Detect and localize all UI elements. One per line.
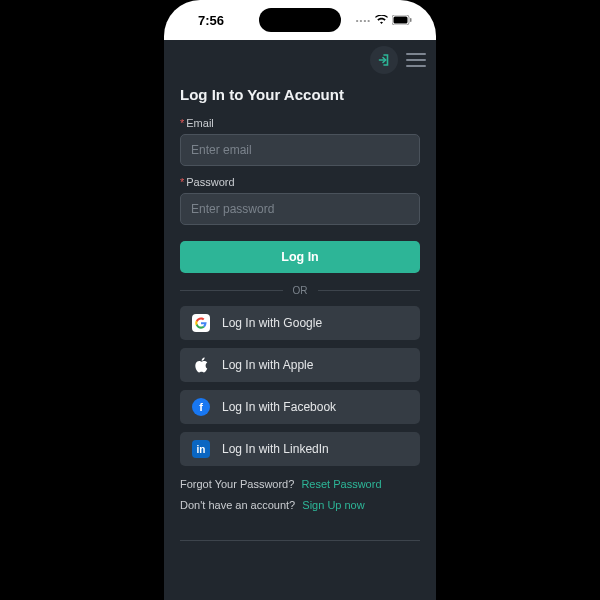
cellular-icon: ••••: [356, 16, 371, 25]
google-login-button[interactable]: Log In with Google: [180, 306, 420, 340]
notch: [259, 8, 341, 32]
wifi-icon: [375, 15, 388, 25]
status-bar: 7:56 ••••: [164, 0, 436, 40]
email-field-group: *Email: [180, 117, 420, 166]
footer-links: Forgot Your Password? Reset Password Don…: [180, 474, 420, 516]
menu-icon[interactable]: [406, 53, 426, 67]
forgot-password-text: Forgot Your Password?: [180, 478, 294, 490]
divider-line: [180, 290, 283, 291]
battery-icon: [392, 15, 412, 25]
apple-login-button[interactable]: Log In with Apple: [180, 348, 420, 382]
phone-frame: 7:56 •••• Log In to Your Account *Email: [164, 0, 436, 600]
top-bar: [164, 40, 436, 80]
login-button[interactable]: Log In: [180, 241, 420, 273]
page-title: Log In to Your Account: [180, 86, 420, 103]
linkedin-login-label: Log In with LinkedIn: [222, 442, 329, 456]
facebook-login-button[interactable]: f Log In with Facebook: [180, 390, 420, 424]
facebook-login-label: Log In with Facebook: [222, 400, 336, 414]
status-right: ••••: [356, 15, 412, 25]
email-label: *Email: [180, 117, 420, 129]
apple-login-label: Log In with Apple: [222, 358, 313, 372]
linkedin-login-button[interactable]: in Log In with LinkedIn: [180, 432, 420, 466]
signup-text: Don't have an account?: [180, 499, 295, 511]
status-time: 7:56: [198, 13, 224, 28]
signup-row: Don't have an account? Sign Up now: [180, 495, 420, 516]
divider-or: OR: [283, 285, 318, 296]
login-icon[interactable]: [370, 46, 398, 74]
email-input[interactable]: [180, 134, 420, 166]
login-form: Log In to Your Account *Email *Password …: [164, 80, 436, 516]
required-icon: *: [180, 176, 184, 188]
apple-icon: [192, 356, 210, 374]
forgot-password-row: Forgot Your Password? Reset Password: [180, 474, 420, 495]
google-icon: [192, 314, 210, 332]
password-label: *Password: [180, 176, 420, 188]
app-screen: Log In to Your Account *Email *Password …: [164, 40, 436, 600]
svg-rect-2: [410, 18, 412, 22]
linkedin-icon: in: [192, 440, 210, 458]
svg-rect-1: [394, 17, 408, 24]
required-icon: *: [180, 117, 184, 129]
signup-link[interactable]: Sign Up now: [302, 499, 364, 511]
password-field-group: *Password: [180, 176, 420, 225]
google-login-label: Log In with Google: [222, 316, 322, 330]
footer-divider: [180, 540, 420, 541]
facebook-icon: f: [192, 398, 210, 416]
divider: OR: [180, 285, 420, 296]
password-input[interactable]: [180, 193, 420, 225]
reset-password-link[interactable]: Reset Password: [301, 478, 381, 490]
divider-line: [318, 290, 421, 291]
